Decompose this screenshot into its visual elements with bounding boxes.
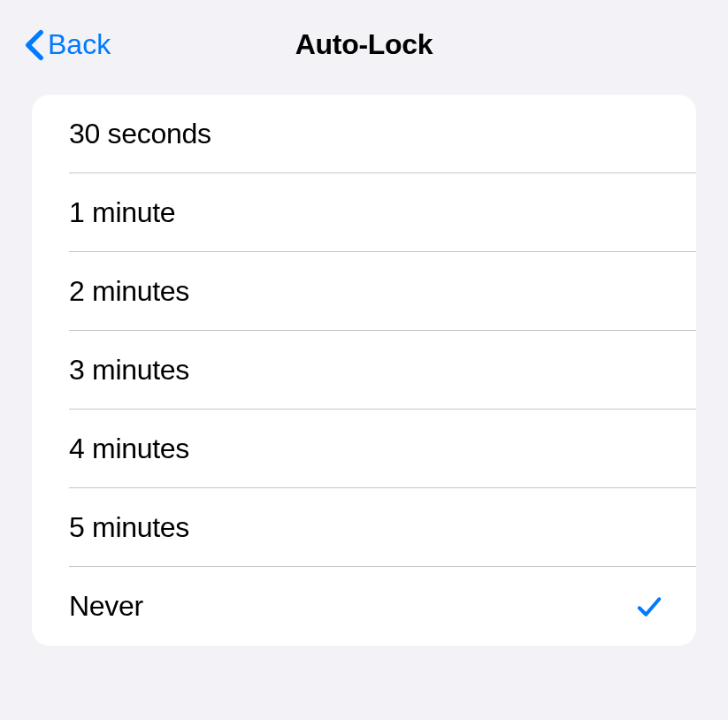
option-5-minutes[interactable]: 5 minutes (32, 488, 696, 567)
option-never[interactable]: Never (32, 567, 696, 646)
header-bar: Back Auto-Lock (0, 0, 728, 95)
option-label: 3 minutes (69, 354, 189, 387)
page-title: Auto-Lock (295, 28, 433, 61)
option-label: 5 minutes (69, 511, 189, 544)
option-4-minutes[interactable]: 4 minutes (32, 410, 696, 488)
option-label: 2 minutes (69, 275, 189, 308)
checkmark-icon (636, 594, 663, 620)
option-30-seconds[interactable]: 30 seconds (32, 95, 696, 173)
options-list: 30 seconds 1 minute 2 minutes 3 minutes (32, 95, 696, 646)
option-3-minutes[interactable]: 3 minutes (32, 331, 696, 410)
option-label: 4 minutes (69, 433, 189, 465)
option-label: Never (69, 590, 143, 623)
back-button[interactable]: Back (25, 28, 111, 61)
chevron-left-icon (25, 29, 44, 61)
option-1-minute[interactable]: 1 minute (32, 173, 696, 252)
option-label: 30 seconds (69, 118, 211, 150)
option-2-minutes[interactable]: 2 minutes (32, 252, 696, 331)
back-label: Back (48, 28, 111, 61)
option-label: 1 minute (69, 196, 175, 229)
